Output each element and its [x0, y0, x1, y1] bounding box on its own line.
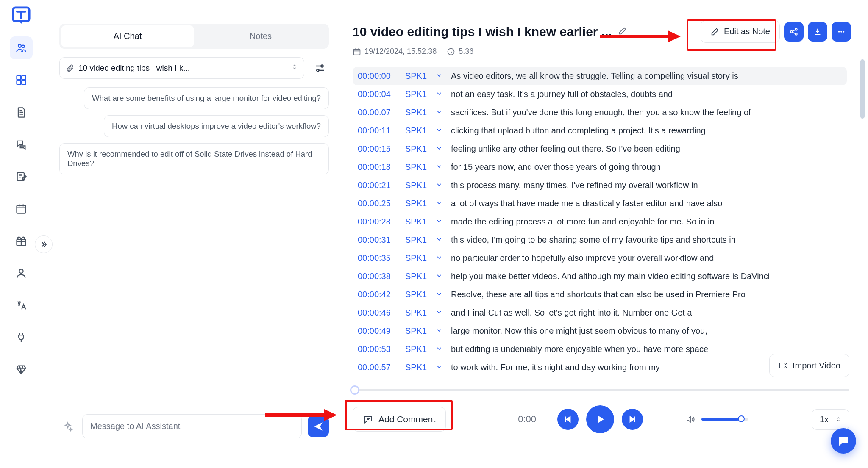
playback-track[interactable] [353, 389, 849, 391]
transcript-speaker[interactable]: SPK1 [405, 271, 429, 281]
transcript-time[interactable]: 00:00:31 [358, 235, 398, 245]
transcript-row[interactable]: 00:00:21SPK1this process many, many time… [353, 176, 847, 194]
transcript-speaker[interactable]: SPK1 [405, 308, 429, 318]
volume-handle[interactable] [738, 415, 745, 422]
transcript-speaker[interactable]: SPK1 [405, 71, 429, 81]
transcript-time[interactable]: 00:00:11 [358, 126, 398, 136]
transcript-row[interactable]: 00:00:18SPK1for 15 years now, and over t… [353, 158, 847, 176]
nav-document-icon[interactable] [10, 101, 33, 124]
chevron-down-icon[interactable] [436, 126, 444, 136]
transcript-row[interactable]: 00:00:42SPK1Resolve, these are all tips … [353, 285, 847, 304]
play-button[interactable] [586, 405, 614, 433]
transcript-row[interactable]: 00:00:46SPK1and Final Cut as well. So le… [353, 304, 847, 322]
transcript-speaker[interactable]: SPK1 [405, 235, 429, 245]
transcript-speaker[interactable]: SPK1 [405, 253, 429, 263]
transcript-time[interactable]: 00:00:21 [358, 180, 398, 190]
transcript-row[interactable]: 00:00:28SPK1made the editing process a l… [353, 213, 847, 231]
transcript-time[interactable]: 00:00:00 [358, 71, 398, 81]
add-comment-button[interactable]: Add Comment [353, 407, 446, 432]
prev-button[interactable] [557, 409, 579, 430]
chevron-down-icon[interactable] [436, 199, 444, 208]
chevron-down-icon[interactable] [436, 326, 444, 336]
edit-title-button[interactable] [618, 26, 627, 37]
chevron-down-icon[interactable] [436, 235, 444, 245]
chat-input[interactable]: Message to AI Assistant [82, 414, 302, 438]
transcript-time[interactable]: 00:00:25 [358, 199, 398, 208]
transcript-time[interactable]: 00:00:35 [358, 253, 398, 263]
transcript-time[interactable]: 00:00:38 [358, 271, 398, 281]
transcript-row[interactable]: 00:00:49SPK1large monitor. Now this one … [353, 322, 847, 340]
transcript-speaker[interactable]: SPK1 [405, 199, 429, 208]
transcript-row[interactable]: 00:00:38SPK1help you make better videos.… [353, 267, 847, 285]
chevron-down-icon[interactable] [436, 344, 444, 354]
more-button[interactable] [832, 22, 851, 42]
chevron-down-icon[interactable] [436, 89, 444, 99]
volume-track[interactable] [701, 418, 748, 421]
nav-chat-icon[interactable] [10, 133, 33, 156]
chevron-down-icon[interactable] [436, 363, 444, 372]
chevron-down-icon[interactable] [436, 180, 444, 190]
nav-calendar-icon[interactable] [10, 197, 33, 220]
scrollbar[interactable] [860, 59, 865, 119]
nav-gift-icon[interactable] [10, 230, 33, 252]
transcript-time[interactable]: 00:00:46 [358, 308, 398, 318]
download-button[interactable] [808, 22, 827, 42]
playback-handle[interactable] [350, 385, 359, 395]
next-button[interactable] [622, 409, 643, 430]
share-button[interactable] [784, 22, 804, 42]
transcript-time[interactable]: 00:00:28 [358, 217, 398, 227]
transcript-row[interactable]: 00:00:00SPK1As video editors, we all kno… [353, 67, 847, 85]
chevron-down-icon[interactable] [436, 290, 444, 299]
send-button[interactable] [308, 416, 329, 437]
transcript-time[interactable]: 00:00:49 [358, 326, 398, 336]
transcript-speaker[interactable]: SPK1 [405, 217, 429, 227]
transcript-speaker[interactable]: SPK1 [405, 344, 429, 354]
source-file-chip[interactable]: 10 video editing tips I wish I k... [59, 57, 304, 79]
transcript-row[interactable]: 00:00:07SPK1sacrifices. But if you've do… [353, 103, 847, 122]
transcript-row[interactable]: 00:00:15SPK1feeling unlike any other fee… [353, 140, 847, 158]
transcript-row[interactable]: 00:00:25SPK1a lot of ways that have made… [353, 194, 847, 213]
transcript-row[interactable]: 00:00:11SPK1clicking that upload button … [353, 122, 847, 140]
chevron-down-icon[interactable] [436, 308, 444, 318]
nav-people-icon[interactable] [10, 36, 33, 59]
transcript-time[interactable]: 00:00:42 [358, 290, 398, 299]
nav-language-icon[interactable] [10, 294, 33, 317]
support-chat-fab[interactable] [831, 428, 856, 454]
suggestion-item[interactable]: What are some benefits of using a large … [84, 87, 329, 109]
playback-speed-selector[interactable]: 1x [812, 409, 849, 430]
transcript-time[interactable]: 00:00:07 [358, 108, 398, 117]
tab-ai-chat[interactable]: AI Chat [61, 25, 194, 47]
transcript-time[interactable]: 00:00:57 [358, 363, 398, 372]
suggestion-item[interactable]: Why is it recommended to edit off of Sol… [59, 143, 329, 174]
tab-notes[interactable]: Notes [194, 25, 327, 47]
nav-diamond-icon[interactable] [10, 358, 33, 381]
transcript-speaker[interactable]: SPK1 [405, 180, 429, 190]
transcript-speaker[interactable]: SPK1 [405, 162, 429, 172]
import-video-button[interactable]: Import Video [769, 354, 849, 377]
transcript-time[interactable]: 00:00:18 [358, 162, 398, 172]
chevron-down-icon[interactable] [436, 253, 444, 263]
chevron-down-icon[interactable] [436, 108, 444, 117]
transcript-speaker[interactable]: SPK1 [405, 326, 429, 336]
chevron-down-icon[interactable] [436, 271, 444, 281]
transcript-time[interactable]: 00:00:04 [358, 89, 398, 99]
transcript-row[interactable]: 00:00:35SPK1no particular order to hopef… [353, 249, 847, 267]
transcript-speaker[interactable]: SPK1 [405, 126, 429, 136]
nav-plug-icon[interactable] [10, 326, 33, 349]
chevron-down-icon[interactable] [436, 71, 444, 81]
transcript-time[interactable]: 00:00:53 [358, 344, 398, 354]
nav-grid-icon[interactable] [10, 69, 33, 91]
edit-as-note-button[interactable]: Edit as Note [701, 20, 780, 43]
transcript-row[interactable]: 00:00:31SPK1this video, I'm going to be … [353, 231, 847, 249]
transcript-speaker[interactable]: SPK1 [405, 363, 429, 372]
transcript-speaker[interactable]: SPK1 [405, 144, 429, 154]
transcript-row[interactable]: 00:00:04SPK1not an easy task. It's a jou… [353, 85, 847, 103]
volume-icon[interactable] [685, 414, 696, 424]
chat-settings-button[interactable] [311, 59, 329, 77]
transcript-speaker[interactable]: SPK1 [405, 89, 429, 99]
chevron-down-icon[interactable] [436, 144, 444, 154]
transcript-speaker[interactable]: SPK1 [405, 290, 429, 299]
chevron-down-icon[interactable] [436, 162, 444, 172]
sparkle-icon[interactable] [59, 418, 76, 435]
chevron-down-icon[interactable] [436, 217, 444, 227]
